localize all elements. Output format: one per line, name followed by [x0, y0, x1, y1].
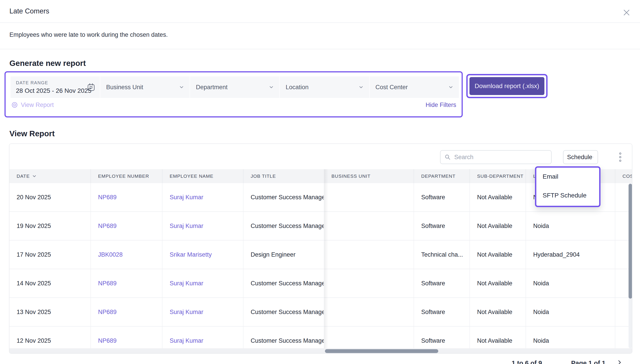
cell-job-title: Customer Success Manager	[244, 269, 324, 298]
column-header-label: BUSINESS UNIT	[331, 174, 370, 179]
cell-sub-department: Not Available	[470, 183, 526, 211]
cell-department: Software	[414, 212, 470, 240]
view-report-link[interactable]: View Report	[11, 101, 54, 108]
cell-job-title: Customer Success Manager	[244, 298, 324, 326]
header-divider	[0, 22, 640, 23]
column-header-label: EMPLOYEE NAME	[170, 174, 214, 179]
cell-business-unit	[324, 326, 414, 348]
cell-employee-number[interactable]: JBK0028	[91, 240, 162, 269]
cell-business-unit	[324, 240, 414, 269]
cell-employee-number[interactable]: NP689	[91, 298, 162, 326]
horizontal-scrollbar-thumb[interactable]	[325, 349, 438, 353]
table-row: 14 Nov 2025NP689Suraj KumarCustomer Succ…	[10, 269, 632, 298]
column-header-employee-number: EMPLOYEE NUMBER	[91, 169, 162, 183]
table-toolbar: Schedule	[10, 144, 632, 169]
eye-icon	[11, 101, 18, 108]
date-range-field[interactable]: DATE RANGE 28 Oct 2025 - 26 Nov 2025	[11, 76, 100, 98]
department-dropdown[interactable]: Department	[190, 76, 279, 98]
sort-chevron-icon	[32, 174, 37, 179]
cell-sub-department: Not Available	[470, 212, 526, 240]
cell-sub-department: Not Available	[470, 298, 526, 326]
kebab-menu-icon	[619, 152, 622, 162]
download-button-focus-ring: Download report (.xlsx)	[466, 74, 548, 98]
view-report-heading: View Report	[10, 129, 55, 138]
cell-location: Noida	[526, 326, 615, 348]
cell-business-unit	[324, 269, 414, 298]
pagination-page: Page 1 of 1	[571, 360, 605, 364]
cell-sub-department: Not Available	[470, 269, 526, 298]
cell-department: Software	[414, 269, 470, 298]
column-header-business-unit: BUSINESS UNIT	[324, 169, 414, 183]
location-label: Location	[286, 84, 309, 91]
pagination-next-icon[interactable]	[617, 359, 622, 364]
search-input[interactable]	[454, 154, 547, 161]
cell-employee-name[interactable]: Srikar Marisetty	[162, 240, 244, 269]
column-header-cost-center: COST CENTER	[615, 169, 632, 183]
cell-job-title: Design Engineer	[244, 240, 324, 269]
chevron-down-icon	[592, 154, 594, 160]
cell-employee-name[interactable]: Suraj Kumar	[162, 212, 244, 240]
column-header-label: SUB-DEPARTMENT	[477, 174, 524, 179]
vertical-scrollbar-thumb[interactable]	[628, 184, 632, 298]
cell-department: Software	[414, 326, 470, 348]
download-report-button[interactable]: Download report (.xlsx)	[470, 77, 544, 95]
cell-location: Noida	[526, 269, 615, 298]
close-icon	[622, 8, 630, 16]
cell-date: 14 Nov 2025	[10, 269, 91, 298]
cell-employee-name[interactable]: Suraj Kumar	[162, 326, 244, 348]
column-header-department: DEPARTMENT	[414, 169, 470, 183]
schedule-button-label: Schedule	[567, 154, 592, 161]
schedule-dropdown-menu: Email SFTP Schedule	[535, 166, 600, 207]
hide-filters-link[interactable]: Hide Filters	[425, 102, 456, 108]
column-header-sub-department: SUB-DEPARTMENT	[470, 169, 526, 183]
chevron-down-icon	[178, 84, 185, 90]
chevron-down-icon	[268, 84, 274, 90]
column-header-label: DEPARTMENT	[421, 174, 456, 179]
menu-item-email[interactable]: Email	[543, 173, 599, 180]
column-header-label: COST CENTER	[622, 174, 632, 179]
column-header-label: JOB TITLE	[251, 174, 276, 179]
cell-date: 12 Nov 2025	[10, 326, 91, 348]
column-header-label: EMPLOYEE NUMBER	[98, 174, 149, 179]
cell-employee-number[interactable]: NP689	[91, 183, 162, 211]
column-header-label: DATE	[17, 174, 30, 179]
horizontal-scrollbar-track[interactable]	[10, 348, 632, 354]
cell-employee-name[interactable]: Suraj Kumar	[162, 269, 244, 298]
cell-employee-number[interactable]: NP689	[91, 212, 162, 240]
chevron-down-icon	[448, 84, 454, 90]
date-range-label: DATE RANGE	[16, 80, 48, 86]
cell-employee-number[interactable]: NP689	[91, 326, 162, 348]
business-unit-dropdown[interactable]: Business Unit	[100, 76, 190, 98]
close-button[interactable]	[621, 8, 631, 18]
cell-job-title: Customer Success Manager	[244, 212, 324, 240]
cell-location: Hyderabad_2904	[526, 240, 615, 269]
table-body: 20 Nov 2025NP689Suraj KumarCustomer Succ…	[10, 183, 632, 348]
search-icon	[445, 154, 451, 160]
table-row: 17 Nov 2025JBK0028Srikar MarisettyDesign…	[10, 240, 632, 269]
column-header-job-title: JOB TITLE	[244, 169, 324, 183]
more-options-button[interactable]	[615, 150, 625, 164]
cell-job-title: Customer Success Manager	[244, 326, 324, 348]
cell-job-title: Customer Success Manager	[244, 183, 324, 211]
cell-location: Noida	[526, 212, 615, 240]
cell-employee-number[interactable]: NP689	[91, 269, 162, 298]
cell-date: 20 Nov 2025	[10, 183, 91, 211]
department-label: Department	[196, 84, 228, 91]
cell-date: 17 Nov 2025	[10, 240, 91, 269]
schedule-button[interactable]: Schedule	[563, 150, 598, 164]
table-row: 12 Nov 2025NP689Suraj KumarCustomer Succ…	[10, 326, 632, 348]
table-row: 13 Nov 2025NP689Suraj KumarCustomer Succ…	[10, 298, 632, 326]
search-box[interactable]	[440, 150, 552, 164]
business-unit-label: Business Unit	[106, 84, 143, 91]
cell-employee-name[interactable]: Suraj Kumar	[162, 298, 244, 326]
cell-sub-department: Not Available	[470, 240, 526, 269]
column-header-date[interactable]: DATE	[10, 169, 91, 183]
table-row: 19 Nov 2025NP689Suraj KumarCustomer Succ…	[10, 212, 632, 240]
location-dropdown[interactable]: Location	[280, 76, 369, 98]
menu-item-sftp-schedule[interactable]: SFTP Schedule	[543, 192, 599, 199]
filter-row: DATE RANGE 28 Oct 2025 - 26 Nov 2025 Bus…	[11, 76, 459, 98]
cell-date: 19 Nov 2025	[10, 212, 91, 240]
cost-center-dropdown[interactable]: Cost Center	[370, 76, 459, 98]
cell-employee-name[interactable]: Suraj Kumar	[162, 183, 244, 211]
cell-business-unit	[324, 183, 414, 211]
